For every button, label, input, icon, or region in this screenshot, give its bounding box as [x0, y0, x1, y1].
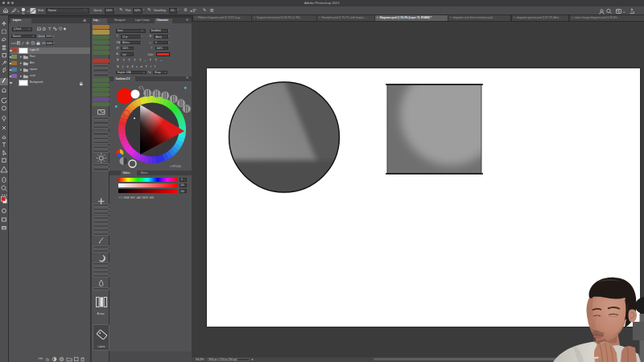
svg-text:fx: fx [46, 357, 49, 362]
svg-text:≡ FF1000: ≡ FF1000 [170, 165, 181, 168]
svg-text:Arrays: Arrays [97, 312, 105, 315]
svg-text:30: 30 [22, 12, 25, 15]
